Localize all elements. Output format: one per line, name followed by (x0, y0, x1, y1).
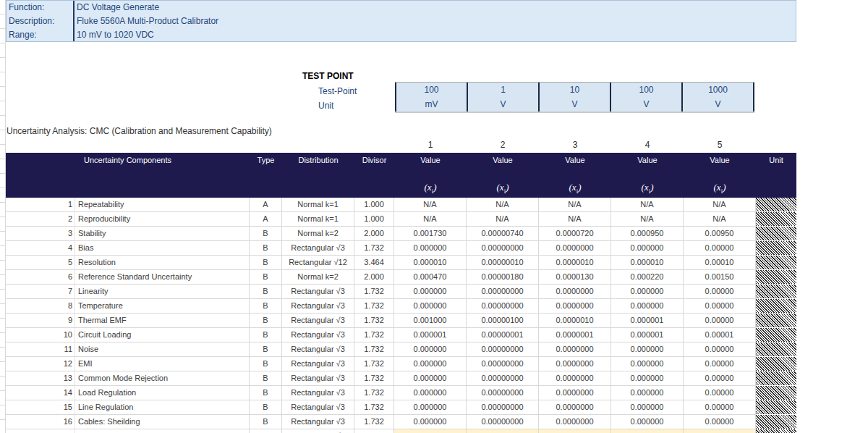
value-cell-3[interactable]: 0.0000010 (539, 314, 611, 328)
type-cell[interactable]: B (250, 429, 282, 433)
value-cell-5[interactable]: 0.00000 (684, 285, 756, 299)
component-name-cell[interactable]: Line Regulation (75, 400, 250, 415)
distribution-cell[interactable]: Normal k=2 (282, 270, 354, 285)
component-name-cell[interactable]: Bias (75, 241, 250, 256)
value-cell-3[interactable]: N/A (539, 198, 611, 212)
test-point-value[interactable]: 1000 (683, 83, 753, 97)
row-number-cell[interactable] (6, 429, 75, 433)
divisor-cell[interactable]: 2.000 (354, 270, 394, 285)
value-cell-2[interactable]: 0.00000180 (467, 270, 539, 285)
component-name-cell[interactable]: Noise (75, 342, 250, 357)
value-cell-4[interactable]: 0.000000 (611, 371, 684, 386)
divisor-cell[interactable]: 1.732 (354, 400, 394, 415)
value-cell-1[interactable]: 0.000000 (394, 400, 467, 415)
divisor-cell[interactable]: 1.732 (354, 429, 394, 433)
divisor-cell[interactable]: 1.732 (354, 299, 394, 314)
value-cell-5[interactable]: 0.00000 (684, 386, 756, 400)
value-cell-5[interactable]: 0.00000 (684, 400, 756, 415)
row-number-cell[interactable]: 5 (6, 256, 75, 270)
value-cell-4[interactable]: 0.000000 (611, 415, 684, 429)
component-name-cell[interactable]: Reproducibility (75, 212, 250, 227)
value-cell-1[interactable]: N/A (394, 212, 467, 227)
type-cell[interactable]: B (250, 400, 282, 415)
value-cell-1[interactable]: 0.000000 (394, 299, 467, 314)
value-cell-2[interactable]: 0.00000000 (467, 371, 539, 386)
test-point-cell[interactable]: 100 mV (395, 83, 467, 112)
row-number-cell[interactable]: 14 (6, 386, 75, 400)
value-cell-1[interactable] (394, 429, 467, 433)
component-name-cell[interactable]: Load Regulation (75, 386, 250, 400)
value-cell-2[interactable]: N/A (467, 198, 539, 212)
value-cell-5[interactable]: 0.00000 (684, 415, 756, 429)
value-cell-1[interactable]: 0.000000 (394, 241, 467, 256)
value-cell-1[interactable]: 0.000001 (394, 328, 467, 342)
value-cell-3[interactable] (539, 429, 611, 433)
value-cell-2[interactable]: 0.00000000 (467, 400, 539, 415)
distribution-cell[interactable]: Rectangular √3 (282, 400, 354, 415)
value-cell-3[interactable]: 0.0000000 (539, 342, 611, 357)
divisor-cell[interactable]: 1.000 (354, 198, 394, 212)
divisor-cell[interactable]: 1.732 (354, 415, 394, 429)
divisor-cell[interactable]: 1.732 (354, 386, 394, 400)
divisor-cell[interactable]: 1.732 (354, 314, 394, 328)
type-cell[interactable]: B (250, 299, 282, 314)
value-cell-2[interactable]: N/A (467, 212, 539, 227)
test-point-unit[interactable]: V (540, 97, 610, 112)
test-point-unit[interactable]: V (611, 97, 681, 112)
value-cell-5[interactable]: 0.00010 (684, 256, 756, 270)
row-number-cell[interactable]: 15 (6, 400, 75, 415)
distribution-cell[interactable]: Rectangular √3 (282, 357, 354, 371)
divisor-cell[interactable]: 1.732 (354, 241, 394, 256)
value-cell-2[interactable]: 0.00000000 (467, 285, 539, 299)
value-cell-1[interactable]: 0.000000 (394, 285, 467, 299)
function-value-cell[interactable]: DC Voltage Generate (73, 1, 159, 14)
value-cell-3[interactable]: 0.0000720 (539, 227, 611, 241)
row-number-cell[interactable]: 10 (6, 328, 75, 342)
test-point-cell[interactable]: 1000 V (681, 83, 754, 112)
type-cell[interactable]: B (250, 270, 282, 285)
value-cell-4[interactable]: 0.000001 (611, 328, 684, 342)
value-cell-4[interactable]: N/A (611, 212, 684, 227)
row-number-cell[interactable]: 4 (6, 241, 75, 256)
divisor-cell[interactable]: 1.732 (354, 328, 394, 342)
value-cell-5[interactable]: 0.00001 (684, 328, 756, 342)
value-cell-1[interactable]: 0.000000 (394, 415, 467, 429)
component-name-cell[interactable]: Cables: Sheilding (75, 415, 250, 429)
value-cell-2[interactable]: 0.00000000 (467, 241, 539, 256)
distribution-cell[interactable]: Rectangular √3 (282, 371, 354, 386)
value-cell-5[interactable]: 0.00000 (684, 357, 756, 371)
test-point-value[interactable]: 1 (468, 83, 538, 97)
type-cell[interactable]: A (250, 198, 282, 212)
divisor-cell[interactable]: 1.732 (354, 342, 394, 357)
value-cell-5[interactable] (684, 429, 756, 433)
distribution-cell[interactable]: Rectangular √3 (282, 328, 354, 342)
value-cell-5[interactable]: 0.00950 (684, 227, 756, 241)
type-cell[interactable]: B (250, 285, 282, 299)
value-cell-1[interactable]: 0.001730 (394, 227, 467, 241)
divisor-cell[interactable]: 1.732 (354, 357, 394, 371)
distribution-cell[interactable]: Normal k=2 (282, 227, 354, 241)
distribution-cell[interactable]: Normal k=1 (282, 212, 354, 227)
distribution-cell[interactable]: Rectangular √3 (282, 342, 354, 357)
value-cell-1[interactable]: 0.000470 (394, 270, 467, 285)
component-name-cell[interactable]: Linearity (75, 285, 250, 299)
value-cell-2[interactable] (467, 429, 539, 433)
test-point-unit[interactable]: V (468, 97, 538, 112)
type-cell[interactable]: B (250, 256, 282, 270)
distribution-cell[interactable]: Rectangular √3 (282, 415, 354, 429)
row-number-cell[interactable]: 11 (6, 342, 75, 357)
value-cell-3[interactable]: 0.0000000 (539, 386, 611, 400)
value-cell-2[interactable]: 0.00000001 (467, 328, 539, 342)
row-number-cell[interactable]: 6 (6, 270, 75, 285)
value-cell-4[interactable]: 0.000220 (611, 270, 684, 285)
value-cell-2[interactable]: 0.00000100 (467, 314, 539, 328)
value-cell-4[interactable]: 0.000950 (611, 227, 684, 241)
distribution-cell[interactable]: Rectangular √3 (282, 285, 354, 299)
divisor-cell[interactable]: 1.000 (354, 212, 394, 227)
value-cell-3[interactable]: 0.0000000 (539, 241, 611, 256)
value-cell-1[interactable]: 0.000000 (394, 342, 467, 357)
type-cell[interactable]: B (250, 357, 282, 371)
divisor-cell[interactable]: 1.732 (354, 285, 394, 299)
value-cell-4[interactable]: 0.000000 (611, 285, 684, 299)
distribution-cell[interactable]: Rectangular √3 (282, 429, 354, 433)
